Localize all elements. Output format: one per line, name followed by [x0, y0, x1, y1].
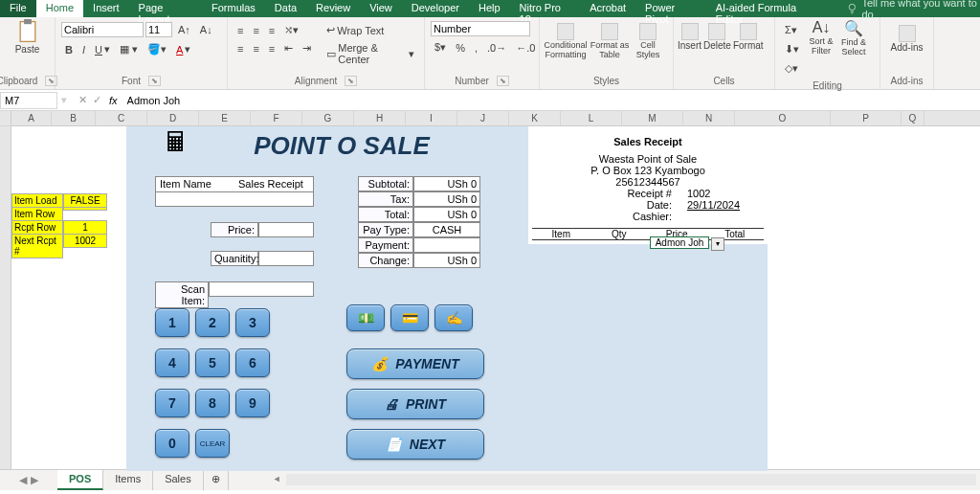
inc-decimal-button[interactable]: .0→	[483, 39, 510, 56]
tab-powerpivot[interactable]: Power Pivot	[635, 0, 706, 17]
tab-nitro[interactable]: Nitro Pro 10	[510, 0, 581, 17]
quantity-input[interactable]	[258, 251, 314, 266]
key-6[interactable]: 6	[235, 348, 270, 377]
sheet-tab-items[interactable]: Items	[103, 470, 153, 490]
sheet-nav-prev-icon[interactable]: ◀	[19, 474, 27, 486]
column-headers[interactable]: A B C D E F G H I J K L M N O P Q	[11, 111, 980, 126]
insert-cells-button[interactable]: Insert	[678, 23, 702, 51]
key-4[interactable]: 4	[155, 348, 189, 377]
indent-inc-button[interactable]: ⇥	[299, 39, 315, 57]
key-5[interactable]: 5	[195, 348, 230, 377]
fill-color-button[interactable]: 🪣▾	[144, 40, 170, 58]
cashier-dropdown-icon[interactable]: ▾	[711, 237, 724, 251]
name-box[interactable]	[0, 92, 57, 109]
key-2[interactable]: 2	[195, 308, 230, 337]
key-3[interactable]: 3	[235, 308, 270, 337]
payment-value[interactable]	[413, 237, 480, 253]
increase-font-button[interactable]: A↑	[174, 21, 194, 38]
status-next-rcpt-value: 1002	[63, 234, 107, 248]
paytype-label: Pay Type:	[358, 222, 413, 237]
format-as-table-button[interactable]: Format as Table	[590, 23, 630, 59]
tab-formulas[interactable]: Formulas	[202, 0, 265, 17]
accept-formula-icon[interactable]: ✓	[93, 94, 101, 106]
bold-button[interactable]: B	[61, 41, 77, 58]
key-1[interactable]: 1	[155, 308, 189, 337]
delete-cells-button[interactable]: Delete	[703, 23, 731, 51]
status-item-load-label: Item Load	[11, 193, 63, 208]
scan-input[interactable]	[209, 281, 314, 297]
key-7[interactable]: 7	[155, 389, 189, 417]
key-9[interactable]: 9	[235, 389, 270, 417]
tab-home[interactable]: Home	[36, 0, 83, 17]
tab-developer[interactable]: Developer	[402, 0, 469, 17]
conditional-formatting-button[interactable]: Conditional Formatting	[544, 23, 588, 59]
pay-card-button[interactable]: 💳	[390, 304, 429, 331]
item-name-header: Item Name	[156, 177, 234, 191]
sheet-tab-pos[interactable]: POS	[57, 470, 103, 490]
cancel-formula-icon[interactable]: ✕	[78, 94, 87, 106]
payment-button[interactable]: 💰 PAYMENT	[346, 348, 484, 379]
wrap-text-button[interactable]: ↩ Wrap Text	[323, 21, 418, 39]
sort-filter-button[interactable]: A↓Sort & Filter	[805, 19, 837, 79]
next-button[interactable]: 📄 NEXT	[346, 429, 484, 460]
fill-button[interactable]: ⬇▾	[781, 40, 803, 58]
align-top-button[interactable]: ≡	[234, 22, 247, 39]
align-bottom-button[interactable]: ≡	[265, 22, 278, 39]
key-0[interactable]: 0	[155, 429, 189, 458]
clear-button[interactable]: ◇▾	[781, 59, 803, 78]
merge-center-button[interactable]: ▭ Merge & Center ▾	[323, 39, 418, 68]
sheet-tab-sales[interactable]: Sales	[153, 470, 204, 490]
cell-styles-button[interactable]: Cell Styles	[632, 23, 664, 59]
tab-review[interactable]: Review	[306, 0, 360, 17]
font-size-select[interactable]	[145, 22, 172, 37]
horizontal-scrollbar[interactable]	[286, 474, 976, 485]
underline-button[interactable]: U ▾	[91, 40, 114, 58]
align-left-button[interactable]: ≡	[234, 40, 247, 57]
font-launcher[interactable]: ⬊	[148, 76, 161, 86]
autosum-button[interactable]: Σ▾	[781, 21, 803, 39]
alignment-launcher[interactable]: ⬊	[345, 76, 357, 86]
sheet-nav-next-icon[interactable]: ▶	[31, 474, 38, 486]
comma-button[interactable]: ,	[471, 39, 481, 56]
format-cells-button[interactable]: Format	[733, 23, 764, 51]
tab-acrobat[interactable]: Acrobat	[580, 0, 635, 17]
currency-button[interactable]: $▾	[431, 38, 450, 56]
addins-button[interactable]: Add-ins	[884, 19, 929, 53]
print-button[interactable]: 🖨 PRINT	[346, 389, 484, 419]
price-input[interactable]	[258, 222, 314, 237]
tab-help[interactable]: Help	[469, 0, 510, 17]
paste-button[interactable]: Paste	[4, 19, 51, 55]
italic-button[interactable]: I	[78, 41, 89, 58]
orientation-button[interactable]: ⤭▾	[280, 21, 302, 39]
key-clear[interactable]: CLEAR	[195, 429, 230, 458]
align-center-button[interactable]: ≡	[249, 40, 262, 57]
align-right-button[interactable]: ≡	[265, 40, 278, 57]
key-8[interactable]: 8	[195, 389, 230, 417]
number-format-select[interactable]	[431, 21, 530, 36]
fx-icon[interactable]: fx	[109, 95, 123, 106]
tab-view[interactable]: View	[360, 0, 402, 17]
tab-file[interactable]: File	[0, 0, 36, 17]
font-name-select[interactable]	[61, 22, 144, 37]
tab-data[interactable]: Data	[265, 0, 306, 17]
formula-input[interactable]	[123, 93, 980, 108]
border-button[interactable]: ▦ ▾	[116, 40, 142, 58]
svg-rect-1	[20, 22, 35, 42]
decrease-font-button[interactable]: A↓	[196, 21, 216, 38]
font-color-button[interactable]: A▾	[172, 40, 194, 58]
find-select-button[interactable]: 🔍Find & Select	[837, 19, 870, 79]
row-headers[interactable]	[0, 111, 11, 469]
pay-check-button[interactable]: ✍	[434, 304, 473, 331]
tab-insert[interactable]: Insert	[83, 0, 129, 17]
pay-cash-button[interactable]: 💵	[346, 304, 385, 331]
indent-dec-button[interactable]: ⇤	[280, 39, 297, 57]
number-launcher[interactable]: ⬊	[497, 76, 509, 86]
dec-decimal-button[interactable]: ←.0	[512, 39, 539, 56]
new-sheet-button[interactable]: ⊕	[204, 470, 229, 490]
tell-me-search[interactable]: Tell me what you want to do	[846, 0, 980, 17]
align-middle-button[interactable]: ≡	[249, 22, 262, 39]
cashier-cell-selected[interactable]: Admon Joh	[650, 236, 709, 249]
tab-ai-editor[interactable]: AI-aided Formula Editor	[706, 0, 827, 17]
percent-button[interactable]: %	[452, 39, 469, 56]
tab-page-layout[interactable]: Page Layout	[129, 0, 202, 17]
